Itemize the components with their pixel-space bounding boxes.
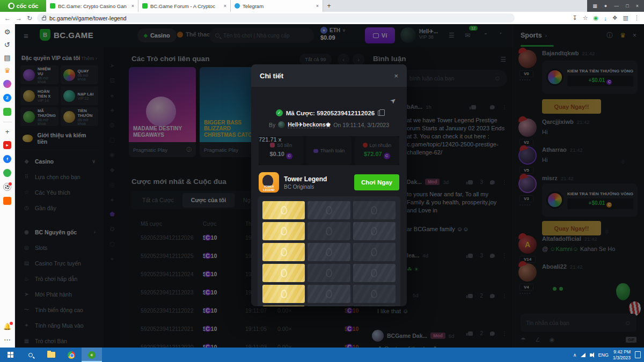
bcgame-favicon [50,3,55,9]
extensions-puzzle-icon[interactable]: ❖ [612,14,618,21]
history-icon[interactable]: ↺ [4,41,10,48]
bet-details-modal: Chi tiết × ➤ ✓ Mã Cược: 5920523941211202… [251,64,407,306]
close-button[interactable]: × [636,3,639,9]
tab-forum[interactable]: BC.Game Forum - A Cryptoc× [138,0,231,12]
game-provider: BC Originals [284,184,327,190]
notification-bell-icon[interactable]: 🔔 [3,323,11,330]
share-icon[interactable]: ➤ [389,95,398,106]
bookmark-star-icon[interactable]: ☆ [583,14,588,21]
tray-expand-icon[interactable]: ∧ [573,352,577,358]
bet-timestamp: On 19:11:14, 3/1/2023 [333,122,389,128]
tower-tile [353,285,396,303]
reload-button[interactable]: ↻ [27,15,32,21]
minimize-button[interactable]: — [614,3,619,9]
egg-icon [326,290,332,298]
system-tray: ∧ ENG 9:42 PM 1/3/2023 [573,349,644,360]
extension-badge-icon[interactable]: ◉ [594,14,599,21]
clock-date: 1/3/2023 [613,355,631,361]
divider [3,122,12,122]
tower-tile [353,201,396,219]
volume-icon[interactable] [590,353,592,357]
egg-icon [281,269,287,277]
youtube-icon[interactable]: ▸ [3,141,11,149]
messenger-icon[interactable] [3,80,11,88]
browser-sidebar: ⚙ ↺ ▤ ♛ Z + ▸ f ⚽ 🔔 ⋯ [0,24,15,348]
tower-tile [353,243,396,261]
lock-icon [42,17,46,20]
tower-tile-win [262,222,305,240]
bettor-avatar [278,121,285,128]
notification-center-icon[interactable] [635,351,641,358]
coccoc-logo[interactable]: cốc cốc [0,0,46,12]
address-bar: ← → ↻ bc.game/vi/game/tower-legend ↧ ☆ ◉… [0,12,644,24]
start-button[interactable] [0,348,20,362]
facebook-icon[interactable]: f [3,155,11,163]
screen: cốc cốc BC.Game: Crypto Casino Gan× BC.G… [0,0,644,362]
bet-id-text: Mã Cược: 59205239412112026 [286,110,375,116]
settings-gear-icon[interactable]: ⚙ [4,28,11,35]
windows-taskbar: c ∧ ENG 9:42 PM 1/3/2023 [0,348,644,362]
bettor-name[interactable]: Hell✈beckons♚ [288,121,331,128]
tower-tile-win [262,285,305,303]
egg-icon [371,290,377,298]
tower-tile [308,264,350,282]
tab-telegram[interactable]: Telegram× [231,0,323,12]
egg-icon [281,206,287,215]
egg-icon [371,248,377,256]
taskbar-search-icon[interactable] [20,348,41,362]
egg-icon [326,227,332,235]
more-dots-icon[interactable]: ⋯ [4,336,11,343]
tower-tile [308,285,350,303]
tab-close-icon[interactable]: × [316,3,319,9]
download-icon[interactable]: ↓ [604,15,607,21]
coccoc-logo-text: cốc cốc [17,3,39,9]
url-text[interactable]: bc.game/vi/game/tower-legend [49,15,127,21]
play-now-button[interactable]: Chơi Ngay [354,174,399,190]
browser-tabstrip: cốc cốc BC.Game: Crypto Casino Gan× BC.G… [0,0,644,12]
tab-close-icon[interactable]: × [131,3,134,9]
tower-result-grid [258,196,400,306]
chrome-icon[interactable] [61,348,82,362]
network-icon[interactable] [581,353,586,357]
new-tab-button[interactable]: + [323,0,335,12]
clock-time: 9:42 PM [613,349,631,355]
forum-favicon [142,3,148,9]
coccoc-taskbar-icon[interactable]: c [82,348,102,362]
tab-bcgame[interactable]: BC.Game: Crypto Casino Gan× [46,0,138,12]
send-to-device-icon[interactable]: ↧ [573,14,577,21]
copy-icon[interactable] [378,110,382,116]
newsfeed-icon[interactable]: ▤ [4,54,10,61]
url-field[interactable]: bc.game/vi/game/tower-legend [37,13,515,23]
tower-tile [353,222,396,240]
soccer-icon[interactable]: ⚽ [3,183,11,191]
bcgame-app: ≡ B BC.GAME ◆Casino Thể thao ♦ETH∨ $0.09… [15,24,644,348]
hot-crown-icon[interactable]: ♛ [4,67,11,74]
language-indicator[interactable]: ENG [598,352,609,358]
tower-tile-win [262,264,305,282]
add-shortcut-icon[interactable]: + [5,128,10,135]
maximize-button[interactable]: □ [626,3,628,9]
tab-title: Telegram [243,3,313,9]
taskbar-clock[interactable]: 9:42 PM 1/3/2023 [613,349,631,360]
games-controller-icon[interactable] [3,108,11,116]
tab-title: BC.Game Forum - A Cryptoc [150,3,221,9]
egg-icon [371,269,377,277]
game-name[interactable]: Tower Legend [284,175,327,183]
profile-icon[interactable]: ● [604,3,607,9]
tower-tile [308,201,350,219]
tab-close-icon[interactable]: × [224,3,226,9]
browser-menu-icon[interactable]: ⋮ [634,14,640,21]
forward-button[interactable]: → [16,15,22,21]
file-explorer-icon[interactable] [41,348,61,362]
notes-icon[interactable] [3,169,11,177]
shopping-cart-icon[interactable] [3,197,11,205]
tower-tile [353,306,396,306]
modal-close-icon[interactable]: × [394,72,398,80]
egg-icon [371,206,377,215]
egg-icon [326,248,332,256]
tower-tile [308,222,350,240]
panels-icon[interactable]: ▦ [592,3,597,9]
zalo-icon[interactable]: Z [3,94,11,102]
stats-icon[interactable]: ▥ [623,14,628,21]
back-button[interactable]: ← [4,15,11,21]
